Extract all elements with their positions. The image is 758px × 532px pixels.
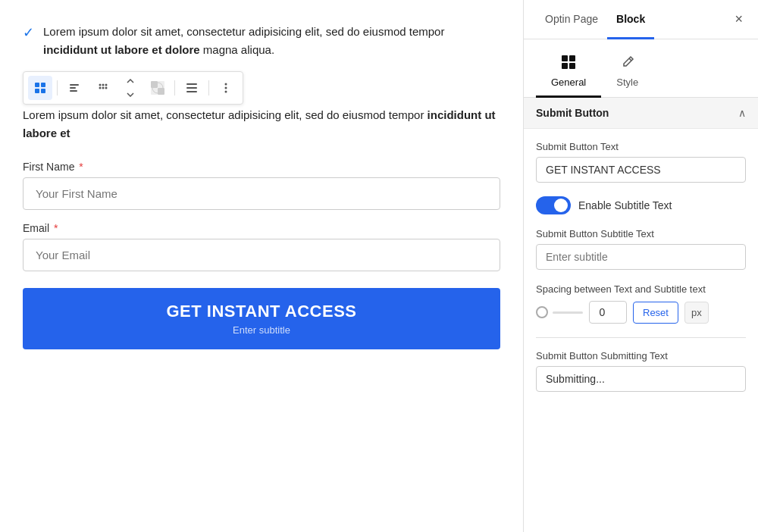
submit-button-section-header: Submit Button ∧: [524, 98, 758, 129]
tab-block[interactable]: Block: [607, 1, 654, 39]
toolbar-btn-up[interactable]: [120, 75, 141, 87]
para-with-toolbar: Lorem ipsum dolor sit amet, consectetur …: [23, 71, 500, 142]
check-icon: ✓: [23, 24, 34, 41]
svg-point-23: [225, 91, 227, 93]
email-required: *: [51, 222, 58, 234]
enable-subtitle-row: Enable Subtitle Text: [536, 196, 746, 214]
toolbar-divider-3: [208, 80, 209, 95]
tab-general-label: General: [551, 77, 586, 88]
sub-tabs: General Style: [524, 39, 758, 98]
bullet-text-1: Lorem ipsum dolor sit amet, consectetur …: [43, 23, 500, 59]
panel-content: Submit Button Text Enable Subtitle Text …: [524, 129, 758, 532]
svg-rect-13: [151, 81, 158, 88]
svg-rect-1: [41, 83, 45, 87]
toolbar-btn-text[interactable]: [62, 76, 86, 100]
svg-rect-18: [186, 83, 197, 85]
style-icon: [620, 55, 635, 74]
svg-rect-25: [569, 55, 575, 61]
tab-style[interactable]: Style: [601, 49, 653, 98]
spacing-controls: Reset px: [536, 301, 746, 324]
email-input[interactable]: [23, 239, 500, 271]
tab-optin-page[interactable]: Optin Page: [536, 1, 607, 39]
submitting-text-group: Submit Button Submitting Text: [536, 350, 746, 392]
svg-rect-5: [70, 87, 76, 89]
spacing-group: Spacing between Text and Subtitle text R…: [536, 283, 746, 324]
enable-subtitle-toggle[interactable]: [536, 196, 571, 214]
svg-rect-3: [41, 89, 45, 93]
svg-rect-14: [158, 88, 164, 95]
range-slider[interactable]: [536, 306, 583, 318]
svg-rect-16: [151, 88, 158, 95]
tab-general[interactable]: General: [536, 49, 601, 98]
submitting-text-label: Submit Button Submitting Text: [536, 350, 746, 361]
left-panel: ✓ Lorem ipsum dolor sit amet, consectetu…: [0, 0, 523, 532]
unit-label: px: [684, 302, 709, 324]
spacing-input[interactable]: [589, 301, 627, 324]
svg-point-7: [99, 84, 102, 86]
svg-rect-19: [186, 87, 197, 89]
spacing-label: Spacing between Text and Subtitle text: [536, 283, 746, 295]
firstname-input[interactable]: [23, 177, 500, 210]
toolbar-btn-more[interactable]: [214, 76, 238, 100]
svg-rect-2: [35, 89, 39, 93]
submit-button-text-input[interactable]: [536, 157, 746, 183]
svg-rect-27: [569, 63, 575, 69]
email-label: Email *: [23, 222, 500, 234]
submitting-text-input[interactable]: [536, 366, 746, 392]
subtitle-text-input[interactable]: [536, 244, 746, 270]
submit-button[interactable]: GET INSTANT ACCESS Enter subtitle: [23, 288, 500, 349]
toolbar-btn-down[interactable]: [120, 89, 141, 101]
submit-button-text-group: Submit Button Text: [536, 141, 746, 183]
close-button[interactable]: ×: [731, 8, 746, 30]
reset-button[interactable]: Reset: [633, 302, 678, 324]
toolbar-btn-align[interactable]: [180, 76, 204, 100]
toolbar-btn-dots-6[interactable]: [91, 76, 115, 100]
svg-point-22: [225, 87, 227, 89]
enable-subtitle-label: Enable Subtitle Text: [578, 199, 672, 211]
svg-rect-4: [70, 84, 79, 86]
svg-point-12: [105, 87, 108, 89]
right-panel: Optin Page Block × General: [523, 0, 758, 532]
subtitle-text-group: Submit Button Subtitle Text: [536, 228, 746, 270]
panel-header: Optin Page Block ×: [524, 0, 758, 39]
svg-point-10: [99, 87, 102, 89]
svg-point-11: [102, 87, 105, 89]
toolbar-divider-1: [57, 80, 58, 95]
divider: [536, 337, 746, 338]
toolbar-divider-2: [174, 80, 175, 95]
submit-button-text-label: Submit Button Text: [536, 141, 746, 152]
firstname-field-group: First Name *: [23, 161, 500, 210]
svg-rect-15: [158, 81, 164, 88]
firstname-required: *: [76, 161, 83, 173]
svg-rect-6: [70, 90, 77, 92]
submit-button-text: GET INSTANT ACCESS: [38, 302, 485, 321]
bullet-item-1: ✓ Lorem ipsum dolor sit amet, consectetu…: [23, 23, 500, 59]
email-field-group: Email *: [23, 222, 500, 271]
firstname-label: First Name *: [23, 161, 500, 173]
range-line: [553, 311, 583, 314]
chevron-up-icon[interactable]: ∧: [738, 107, 746, 119]
svg-rect-0: [35, 83, 39, 87]
toolbar-btn-checkerboard[interactable]: [146, 76, 170, 100]
svg-point-21: [225, 83, 227, 86]
svg-rect-20: [186, 91, 197, 92]
svg-point-8: [102, 84, 105, 86]
toolbar-btn-grid[interactable]: [28, 76, 52, 100]
tab-style-label: Style: [616, 77, 638, 88]
svg-point-9: [105, 84, 108, 86]
toggle-slider: [536, 196, 571, 214]
content-area: ✓ Lorem ipsum dolor sit amet, consectetu…: [23, 23, 500, 142]
range-dot: [536, 306, 548, 318]
subtitle-text-label: Submit Button Subtitle Text: [536, 228, 746, 239]
block-toolbar[interactable]: [23, 71, 243, 105]
general-icon: [561, 55, 576, 74]
submit-button-subtitle: Enter subtitle: [38, 324, 485, 343]
svg-rect-26: [562, 63, 568, 69]
section-title: Submit Button: [536, 107, 609, 119]
optin-form: First Name * Email * GET INSTANT ACCESS …: [23, 161, 500, 349]
svg-rect-24: [562, 55, 568, 61]
